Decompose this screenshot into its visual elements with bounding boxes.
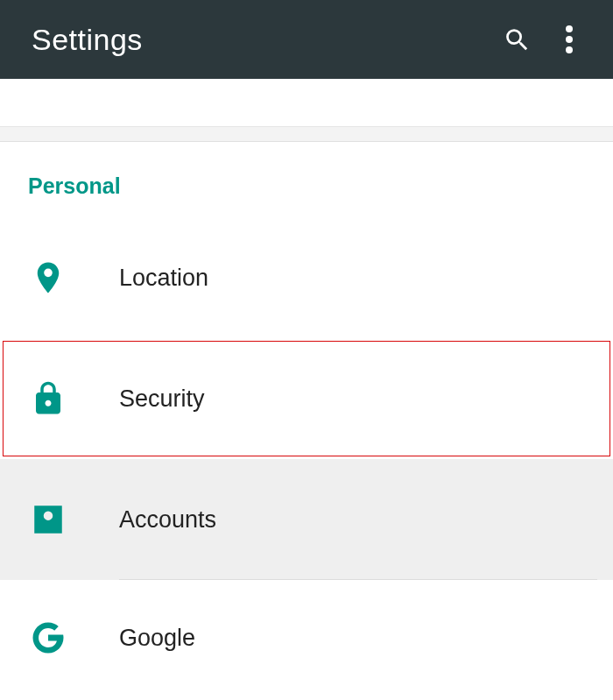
section-header-label: Personal bbox=[28, 173, 121, 198]
settings-item-label: Accounts bbox=[119, 506, 216, 534]
section-header: Personal bbox=[0, 142, 613, 217]
settings-list: Location Security Accounts Google bbox=[0, 217, 613, 696]
top-spacer bbox=[0, 79, 613, 126]
app-bar-title: Settings bbox=[32, 23, 490, 57]
lock-icon bbox=[21, 380, 119, 417]
settings-item-accounts[interactable]: Accounts bbox=[0, 459, 613, 580]
settings-item-security[interactable]: Security bbox=[0, 338, 613, 459]
svg-point-2 bbox=[566, 46, 573, 53]
svg-point-1 bbox=[566, 36, 573, 43]
google-g-icon bbox=[21, 619, 119, 656]
app-bar: Settings bbox=[0, 0, 613, 79]
person-box-icon bbox=[21, 501, 119, 538]
settings-item-location[interactable]: Location bbox=[0, 217, 613, 338]
settings-item-label: Security bbox=[119, 385, 205, 413]
settings-item-label: Location bbox=[119, 265, 208, 292]
svg-point-0 bbox=[566, 25, 573, 32]
settings-item-label: Google bbox=[119, 625, 195, 652]
location-pin-icon bbox=[21, 259, 119, 296]
search-icon[interactable] bbox=[490, 13, 543, 66]
settings-item-google[interactable]: Google bbox=[0, 580, 613, 696]
section-divider bbox=[0, 126, 613, 142]
overflow-menu-icon[interactable] bbox=[543, 13, 595, 66]
